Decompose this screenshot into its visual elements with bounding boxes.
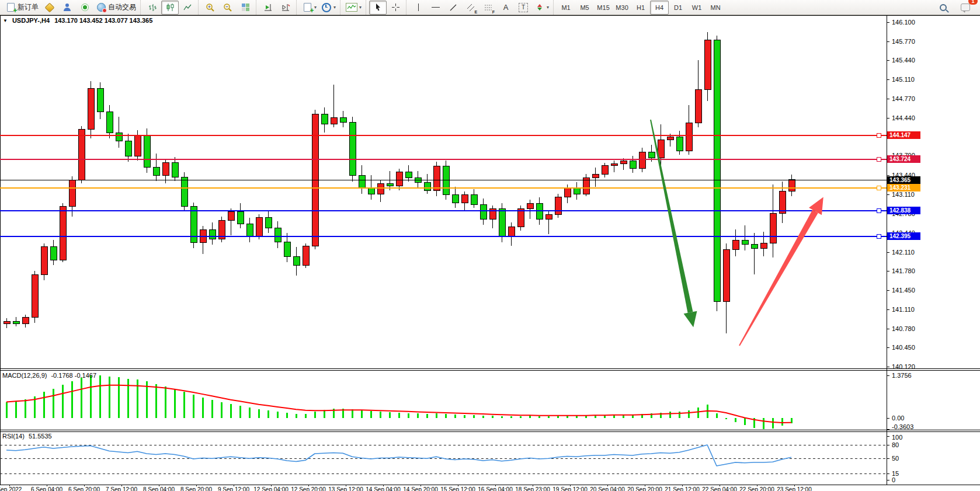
candle: [172, 163, 178, 177]
trend-line-button[interactable]: [444, 1, 462, 15]
periods-button[interactable]: [319, 1, 338, 15]
fibonacci-icon: [483, 2, 494, 13]
fibonacci-button[interactable]: [479, 1, 497, 15]
candle: [69, 180, 75, 206]
new-chart-group: [296, 0, 340, 15]
tf-button-M5[interactable]: M5: [575, 1, 594, 15]
tf-button-M15[interactable]: M15: [594, 1, 613, 15]
svg-text:142.110: 142.110: [892, 249, 915, 256]
svg-text:142.395: 142.395: [889, 233, 911, 239]
trade-group: 新订单 自动交易: [0, 0, 140, 15]
candle: [303, 246, 309, 266]
crosshair-button[interactable]: [387, 1, 404, 15]
text-label-button[interactable]: [515, 1, 532, 15]
candle: [50, 247, 57, 260]
new-chart-button[interactable]: [300, 1, 319, 15]
svg-text:145.770: 145.770: [892, 38, 915, 45]
annotation-up-trend-arrow[interactable]: [739, 197, 823, 346]
candle: [760, 243, 767, 249]
equidistant-channel-button[interactable]: [462, 1, 479, 15]
text-label-icon: [519, 3, 528, 12]
zoom-in-button[interactable]: [201, 1, 219, 15]
line-chart-button[interactable]: [179, 1, 196, 15]
vertical-line-button[interactable]: [409, 1, 427, 15]
candle: [13, 321, 19, 324]
search-button[interactable]: [934, 1, 952, 15]
svg-text:22 Sep 20:00: 22 Sep 20:00: [739, 486, 774, 491]
tf-button-MN[interactable]: MN: [706, 1, 725, 15]
tf-button-W1[interactable]: W1: [687, 1, 706, 15]
auto-scroll-button[interactable]: [259, 1, 277, 15]
candle: [331, 118, 337, 124]
macd-histogram: [6, 375, 793, 429]
candle: [405, 172, 412, 178]
time-axis: Sep 20226 Sep 04:006 Sep 20:007 Sep 12:0…: [0, 485, 812, 491]
ohlc-values: 143.170 143.452 143.077 143.365: [54, 17, 152, 24]
text-button[interactable]: [497, 1, 515, 15]
signals-person-icon: [64, 4, 71, 11]
candle: [667, 137, 673, 140]
candle: [686, 123, 692, 151]
svg-text:14 Sep 20:00: 14 Sep 20:00: [403, 486, 438, 491]
arrow-objects-button[interactable]: [532, 1, 551, 15]
indicators-button[interactable]: [343, 1, 364, 15]
indicators-caret-icon[interactable]: [359, 5, 362, 10]
candle: [181, 177, 187, 206]
text-icon: [501, 2, 511, 13]
candle: [555, 197, 561, 215]
periods-caret-icon[interactable]: [333, 5, 336, 10]
zoom-out-button[interactable]: [219, 1, 237, 15]
svg-text:146.100: 146.100: [892, 19, 915, 26]
candle: [574, 188, 580, 194]
timeframe-group: M1M5M15M30H1H4D1W1MN: [553, 0, 727, 15]
candle: [602, 166, 608, 175]
candle: [508, 227, 515, 236]
candle: [125, 141, 131, 156]
tf-button-M1[interactable]: M1: [557, 1, 575, 15]
new-order-button[interactable]: 新订单: [3, 1, 41, 15]
tf-button-M30[interactable]: M30: [613, 1, 631, 15]
svg-text:18 Sep 23:00: 18 Sep 23:00: [515, 486, 550, 491]
candle: [452, 195, 458, 203]
candlestick-chart-button[interactable]: [161, 1, 179, 15]
price-chart-canvas[interactable]: 146.100145.770145.440145.110144.770144.4…: [0, 15, 980, 491]
candle: [536, 204, 543, 220]
signals-button[interactable]: [58, 1, 76, 15]
toolbar: 新订单 自动交易: [0, 0, 980, 15]
svg-text:0: 0: [892, 476, 895, 483]
tf-button-H1[interactable]: H1: [631, 1, 650, 15]
cursor-button[interactable]: [369, 1, 387, 15]
tf-button-H4[interactable]: H4: [650, 1, 669, 15]
zoom-group: [198, 0, 256, 15]
bar-chart-button[interactable]: [144, 1, 161, 15]
candle: [387, 183, 393, 186]
candle: [714, 40, 720, 302]
svg-text:12 Sep 20:00: 12 Sep 20:00: [291, 486, 326, 491]
candle: [190, 207, 197, 243]
svg-text:19 Sep 12:00: 19 Sep 12:00: [552, 486, 588, 491]
svg-text:21 Sep 12:00: 21 Sep 12:00: [665, 486, 700, 491]
mql5-market-button[interactable]: [41, 1, 58, 15]
svg-text:7 Sep 12:00: 7 Sep 12:00: [106, 486, 137, 491]
new-chart-caret-icon[interactable]: [314, 5, 317, 10]
horizontal-line-button[interactable]: [427, 1, 444, 15]
auto-trading-button[interactable]: 自动交易: [93, 1, 138, 15]
candle: [321, 114, 328, 124]
candle: [676, 137, 683, 151]
chat-button[interactable]: 1: [957, 1, 974, 15]
tf-button-D1[interactable]: D1: [669, 1, 687, 15]
right-group: 1: [932, 0, 980, 15]
svg-text:-0.3603: -0.3603: [892, 423, 913, 430]
candle: [620, 161, 627, 164]
svg-text:140.780: 140.780: [892, 325, 915, 332]
candle: [639, 152, 645, 169]
broadcast-button[interactable]: [76, 1, 93, 15]
tile-windows-button[interactable]: [237, 1, 254, 15]
svg-text:16 Sep 04:00: 16 Sep 04:00: [478, 486, 513, 491]
candle: [499, 209, 505, 236]
candle: [732, 241, 739, 250]
svg-text:14 Sep 04:00: 14 Sep 04:00: [366, 486, 401, 491]
period-clock-icon: [322, 3, 331, 12]
chart-shift-button[interactable]: [277, 1, 294, 15]
arrow-objects-caret-icon[interactable]: [547, 5, 549, 10]
